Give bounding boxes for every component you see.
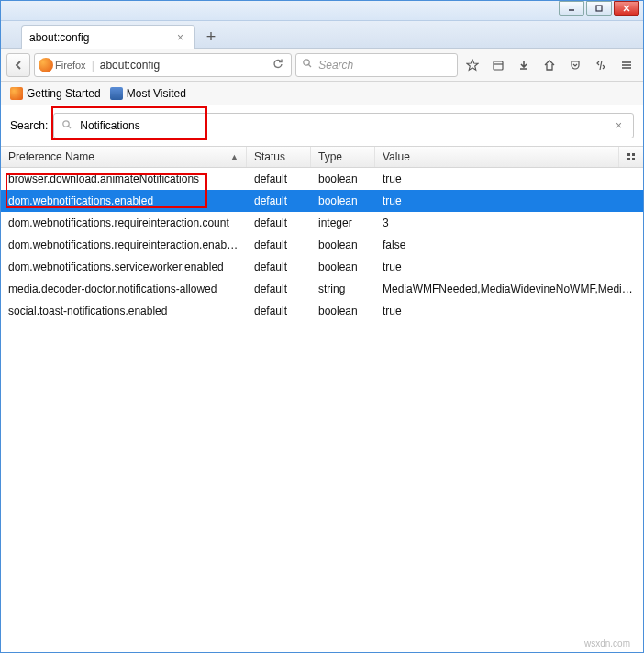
menu-icon[interactable] (616, 53, 638, 77)
cell-name: dom.webnotifications.requireinteraction.… (1, 216, 247, 229)
cell-name: dom.webnotifications.serviceworker.enabl… (1, 260, 247, 273)
cell-name: dom.webnotifications.enabled (1, 194, 247, 207)
cell-value: true (375, 304, 643, 317)
config-search-input[interactable] (78, 118, 612, 133)
cell-value: MediaWMFNeeded,MediaWidevineNoWMF,Media.… (375, 282, 643, 295)
svg-rect-15 (627, 158, 630, 160)
config-search-field[interactable]: × (53, 113, 634, 138)
downloads-icon[interactable] (513, 53, 535, 77)
cell-type: boolean (311, 238, 375, 251)
svg-rect-1 (596, 6, 602, 11)
column-value[interactable]: Value (375, 147, 619, 167)
bookmark-label: Most Visited (127, 87, 186, 100)
new-tab-button[interactable]: + (199, 26, 223, 48)
tab-strip: about:config × + (1, 21, 643, 49)
cell-status: default (247, 216, 311, 229)
column-status[interactable]: Status (247, 147, 311, 167)
svg-rect-14 (632, 153, 635, 156)
watermark: wsxdn.com (584, 638, 630, 648)
tab-label: about:config (29, 31, 173, 44)
bookmark-most-visited[interactable]: Most Visited (110, 87, 186, 100)
cell-type: string (311, 282, 375, 295)
back-button[interactable] (6, 53, 30, 77)
search-icon (302, 58, 313, 72)
cell-value: false (375, 238, 643, 251)
cell-status: default (247, 194, 311, 207)
cell-value: true (375, 194, 643, 207)
window-close-button[interactable] (614, 1, 639, 16)
svg-point-11 (63, 120, 69, 126)
cell-value: true (375, 172, 643, 185)
search-label: Search: (10, 119, 48, 132)
config-search-row: Search: × (1, 105, 643, 146)
pocket-icon[interactable] (564, 53, 586, 77)
window-minimize-button[interactable] (559, 1, 584, 16)
cell-status: default (247, 238, 311, 251)
cell-type: boolean (311, 260, 375, 273)
pref-row[interactable]: dom.webnotifications.serviceworker.enabl… (1, 256, 643, 278)
folder-icon (110, 87, 123, 100)
cell-type: integer (311, 216, 375, 229)
search-bar[interactable]: Search (295, 53, 458, 77)
pref-row[interactable]: browser.download.animateNotificationsdef… (1, 168, 643, 190)
url-text: about:config (100, 59, 270, 72)
bookmark-getting-started[interactable]: Getting Started (10, 87, 101, 100)
separator: | (92, 59, 94, 72)
home-icon[interactable] (539, 53, 561, 77)
cell-name: media.decoder-doctor.notifications-allow… (1, 282, 247, 295)
browser-tab[interactable]: about:config × (21, 25, 195, 49)
search-icon (61, 119, 72, 133)
tab-close-icon[interactable]: × (173, 31, 187, 44)
cell-status: default (247, 172, 311, 185)
cell-status: default (247, 282, 311, 295)
pref-row[interactable]: social.toast-notifications.enableddefaul… (1, 300, 643, 322)
firefox-icon (39, 58, 53, 72)
clear-search-icon[interactable]: × (612, 119, 626, 132)
svg-rect-6 (494, 61, 503, 70)
cell-type: boolean (311, 304, 375, 317)
column-type[interactable]: Type (311, 147, 375, 167)
prefs-table-body: browser.download.animateNotificationsdef… (1, 168, 643, 652)
window-titlebar (1, 1, 643, 21)
pref-row[interactable]: dom.webnotifications.requireinteraction.… (1, 234, 643, 256)
column-picker-icon[interactable] (619, 147, 643, 167)
library-icon[interactable] (487, 53, 509, 77)
cell-type: boolean (311, 172, 375, 185)
developer-icon[interactable] (590, 53, 612, 77)
browser-window: about:config × + Firefox | about:config … (0, 0, 644, 653)
bookmark-star-icon[interactable] (461, 53, 483, 77)
bookmark-label: Getting Started (27, 87, 101, 100)
svg-rect-16 (632, 158, 635, 160)
cell-name: social.toast-notifications.enabled (1, 304, 247, 317)
sort-asc-icon: ▲ (230, 152, 239, 161)
firefox-small-icon (10, 87, 23, 100)
cell-status: default (247, 260, 311, 273)
search-placeholder: Search (318, 59, 353, 72)
cell-value: 3 (375, 216, 643, 229)
identity-label: Firefox (55, 60, 86, 71)
pref-row[interactable]: dom.webnotifications.requireinteraction.… (1, 212, 643, 234)
cell-name: dom.webnotifications.requireinteraction.… (1, 238, 247, 251)
cell-value: true (375, 260, 643, 273)
cell-name: browser.download.animateNotifications (1, 172, 247, 185)
prefs-table-header: Preference Name ▲ Status Type Value (1, 146, 643, 168)
url-bar[interactable]: Firefox | about:config (34, 53, 292, 77)
svg-point-4 (304, 60, 309, 65)
svg-line-12 (69, 126, 72, 128)
cell-status: default (247, 304, 311, 317)
window-maximize-button[interactable] (586, 1, 612, 16)
reload-icon[interactable] (269, 58, 287, 72)
pref-row[interactable]: media.decoder-doctor.notifications-allow… (1, 278, 643, 300)
cell-type: boolean (311, 194, 375, 207)
column-preference-name[interactable]: Preference Name ▲ (1, 147, 247, 167)
navigation-toolbar: Firefox | about:config Search (1, 49, 643, 82)
bookmarks-toolbar: Getting Started Most Visited (1, 82, 643, 105)
pref-row[interactable]: dom.webnotifications.enableddefaultboole… (1, 190, 643, 212)
svg-line-5 (309, 65, 312, 68)
svg-rect-13 (627, 153, 630, 156)
